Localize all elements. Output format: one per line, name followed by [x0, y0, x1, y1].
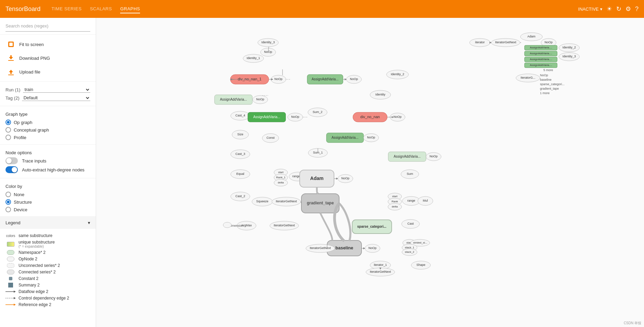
graph-type-title: Graph type — [5, 112, 90, 117]
color-by-options: None Structure Device — [5, 190, 90, 214]
color-by-section: Color by None Structure Device — [0, 178, 96, 217]
color-none[interactable]: None — [5, 192, 90, 197]
auto-extract-toggle[interactable] — [5, 166, 18, 173]
assignvaria-top2[interactable] — [525, 51, 557, 56]
cast4-node[interactable] — [231, 111, 250, 120]
legend-namespace-row: Namespace* 2 — [5, 250, 90, 255]
legend-header[interactable]: Legend ▾ — [0, 217, 96, 229]
iteratorGetnext-low-node[interactable] — [270, 221, 299, 230]
svg-marker-5 — [9, 70, 13, 72]
search-input[interactable] — [5, 21, 90, 32]
help-icon[interactable]: ? — [635, 5, 639, 13]
noop-ars-node[interactable] — [364, 134, 379, 142]
graph-type-op[interactable]: Op graph — [5, 120, 90, 125]
legend-constant-row: Constant 2 — [5, 276, 90, 281]
graph-type-conceptual[interactable]: Conceptual graph — [5, 127, 90, 133]
sum2-node[interactable] — [308, 108, 327, 117]
download-png-button[interactable]: Download PNG — [5, 51, 90, 65]
settings-icon[interactable]: ⚙ — [625, 5, 631, 13]
run-select[interactable]: train — [23, 87, 90, 93]
refresh-icon[interactable]: ↻ — [616, 5, 621, 13]
cast2-node[interactable] — [231, 192, 250, 201]
legend-connected-label: Connected series* 2 — [19, 270, 56, 274]
size-node[interactable] — [232, 130, 249, 139]
radio-device-circle — [5, 207, 11, 212]
iteratorg-right-node[interactable] — [516, 74, 540, 82]
adam-top-node[interactable] — [520, 33, 542, 41]
iteratorGetnext-baseline-node[interactable] — [306, 244, 335, 252]
legend-summary-label: Summary 2 — [19, 283, 39, 287]
delta1-node[interactable] — [274, 179, 288, 186]
noop-center-node[interactable] — [288, 113, 303, 121]
identity1-node[interactable] — [243, 54, 264, 63]
identity2-top-node[interactable] — [559, 44, 579, 52]
fit-to-screen-button[interactable]: Fit to screen — [5, 37, 90, 51]
nav-graphs[interactable]: GRAPHS — [120, 5, 140, 13]
assignvaria-ll-node[interactable] — [215, 95, 252, 104]
legend-unconnected-label: Unconnected series* 2 — [19, 263, 60, 268]
nav-scalars[interactable]: SCALARS — [90, 5, 112, 13]
cast3-node[interactable] — [231, 150, 250, 159]
assignvaria-center-node[interactable] — [248, 112, 286, 122]
svg-text:sparse_categori...: sparse_categori... — [540, 82, 565, 86]
iteratorGetnext-mid-node[interactable] — [272, 197, 301, 206]
identity3-main-node[interactable] — [258, 38, 278, 47]
equal-node[interactable] — [231, 170, 250, 179]
iterator-top-node[interactable] — [470, 38, 490, 47]
legend-unconnected-row: Unconnected series* 2 — [5, 263, 90, 268]
divnonan-node[interactable] — [353, 112, 387, 122]
legend-control-row: Control dependency edge 2 — [5, 296, 90, 301]
legend-namespace-shape — [7, 250, 14, 255]
svg-text:1 more: 1 more — [540, 91, 550, 95]
noop-fr-node[interactable] — [426, 153, 441, 161]
svg-rect-4 — [8, 60, 14, 61]
status-dropdown[interactable]: INACTIVE ▾ — [578, 7, 602, 12]
legend-summary-row: Summary 2 — [5, 283, 90, 287]
noop-adam-node[interactable] — [338, 174, 353, 183]
range-node[interactable] — [402, 196, 420, 205]
graph-area[interactable]: iterator IteratorGetNext Adam NoOp Assig… — [96, 18, 644, 327]
legend-unique-icon — [5, 242, 16, 247]
noop-div1-node[interactable] — [271, 75, 286, 83]
mul-node[interactable] — [418, 196, 433, 205]
sparsecategori-node[interactable] — [352, 220, 392, 234]
squeeze-node[interactable] — [252, 197, 273, 206]
nav-items: TIME SERIES SCALARS GRAPHS — [51, 5, 578, 13]
iteratorGetnext-top-node[interactable] — [491, 38, 520, 47]
assignvaria-fr-node[interactable] — [388, 152, 426, 161]
svg-marker-9 — [14, 291, 16, 293]
trace-inputs-toggle[interactable] — [5, 157, 18, 164]
identity-mid-node[interactable] — [370, 90, 391, 99]
stack2-node[interactable] — [402, 249, 417, 256]
svg-marker-13 — [14, 304, 16, 306]
dimension-node[interactable] — [223, 222, 231, 228]
delta-r-node[interactable] — [388, 203, 402, 210]
gradienttape-node[interactable] — [301, 194, 339, 213]
color-device[interactable]: Device — [5, 207, 90, 212]
brand-logo: TensorBoard — [5, 5, 41, 13]
auto-extract-label: Auto-extract high-degree nodes — [22, 167, 84, 172]
assignvaria-rs-node[interactable] — [326, 133, 364, 143]
noop-all-node[interactable] — [253, 95, 268, 104]
const-node[interactable] — [262, 134, 279, 143]
shape-node[interactable] — [411, 261, 430, 269]
legend-reference-label: Reference edge 2 — [19, 302, 51, 307]
identity2-mid-node[interactable] — [387, 70, 409, 79]
radio-profile-label: Profile — [14, 135, 26, 140]
tag-select[interactable]: Default — [22, 95, 90, 101]
brightness-icon[interactable]: ☀ — [607, 5, 612, 13]
assignvaria-top1[interactable] — [525, 45, 557, 50]
identity3-top-node[interactable] — [559, 53, 579, 61]
noop-baseline-node[interactable] — [365, 244, 380, 252]
noop-a1-node[interactable] — [346, 75, 361, 83]
adam-node[interactable] — [300, 170, 334, 187]
sum-right-node[interactable] — [401, 170, 419, 179]
nav-timeseries[interactable]: TIME SERIES — [51, 5, 82, 13]
assignvaria-top4[interactable] — [525, 63, 557, 68]
graph-type-profile[interactable]: Profile — [5, 135, 90, 140]
cast-low-node[interactable] — [402, 219, 419, 228]
assignvaria-green1-node[interactable] — [307, 75, 343, 84]
color-structure[interactable]: Structure — [5, 199, 90, 205]
upload-file-button[interactable]: Upload file — [5, 65, 90, 79]
assignvaria-top3[interactable] — [525, 57, 557, 62]
